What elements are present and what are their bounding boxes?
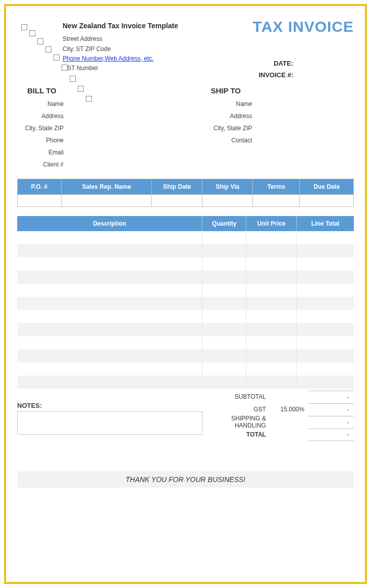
item-row (17, 323, 354, 336)
item-row (17, 257, 354, 271)
city-state-zip: City, ST ZIP Code (63, 44, 178, 54)
shipdate-cell[interactable] (152, 194, 202, 206)
invoice-number-label: INVOICE #: (253, 69, 293, 81)
po-cell[interactable] (18, 194, 62, 206)
date-label: DATE: (253, 58, 293, 69)
shipvia-header: Ship Via (202, 179, 253, 194)
item-row (17, 336, 354, 349)
deco-square (70, 76, 76, 82)
linetotal-header: Line Total (297, 216, 354, 231)
invoice-frame: New Zealand Tax Invoice Template Street … (4, 4, 367, 584)
deco-square (78, 86, 84, 92)
contact-link[interactable]: Phone Number,Web Address, etc. (63, 55, 154, 62)
street-address: Street Address (63, 34, 178, 44)
line-items-table: Description Quantity Unit Price Line Tot… (17, 216, 354, 389)
po-header: P.O. # (18, 179, 62, 194)
meta-block: DATE: INVOICE #: (253, 58, 293, 81)
ship-to-block: SHIP TO Name Address City, State ZIP Con… (186, 86, 354, 171)
item-row (17, 244, 354, 257)
deco-square (37, 38, 43, 44)
company-name: New Zealand Tax Invoice Template (63, 20, 178, 31)
bill-phone-label: Phone (17, 134, 68, 146)
shipvia-cell[interactable] (202, 194, 253, 206)
bottom-section: NOTES: SUBTOTAL - GST 15.000% - SHIPPING… (17, 391, 354, 441)
reference-row (18, 194, 354, 206)
item-row (17, 310, 354, 323)
duedate-cell[interactable] (300, 194, 354, 206)
deco-square (21, 24, 27, 30)
notes-label: NOTES: (17, 402, 202, 409)
bill-name-label: Name (17, 98, 68, 110)
deco-square (45, 46, 51, 52)
bill-to-title: BILL TO (17, 86, 186, 95)
shipdate-header: Ship Date (152, 179, 202, 194)
description-header: Description (17, 216, 202, 231)
gst-label: GST (202, 406, 272, 413)
document-title: TAX INVOICE (253, 18, 354, 35)
shipping-row: SHIPPING & HANDLING - (202, 416, 354, 429)
item-row (17, 284, 354, 297)
reference-table: P.O. # Sales Rep. Name Ship Date Ship Vi… (17, 179, 354, 207)
item-row (17, 376, 354, 389)
parties: BILL TO Name Address City, State ZIP Pho… (17, 86, 354, 171)
subtotal-row: SUBTOTAL - (202, 391, 354, 403)
bill-client-label: Client # (17, 158, 68, 171)
terms-header: Terms (253, 179, 300, 194)
ship-address-label: Address (186, 110, 256, 122)
subtotal-label: SUBTOTAL (202, 393, 272, 400)
bill-to-block: BILL TO Name Address City, State ZIP Pho… (17, 86, 186, 171)
deco-square (62, 65, 68, 71)
notes-block: NOTES: (17, 391, 202, 441)
total-value: - (308, 429, 354, 441)
bill-city-label: City, State ZIP (17, 122, 68, 134)
salesrep-header: Sales Rep. Name (61, 179, 152, 194)
shipping-value: - (308, 416, 354, 429)
unitprice-header: Unit Price (246, 216, 297, 231)
terms-cell[interactable] (253, 194, 300, 206)
totals-block: SUBTOTAL - GST 15.000% - SHIPPING & HAND… (202, 391, 354, 441)
shipping-label: SHIPPING & HANDLING (202, 415, 272, 429)
item-row (17, 231, 354, 244)
ship-to-title: SHIP TO (186, 86, 354, 95)
total-label: TOTAL (202, 431, 272, 438)
ship-name-label: Name (186, 98, 256, 110)
deco-square (86, 96, 92, 102)
footer-message: THANK YOU FOR YOUR BUSINESS! (17, 471, 354, 488)
header: New Zealand Tax Invoice Template Street … (17, 20, 354, 81)
salesrep-cell[interactable] (61, 194, 152, 206)
company-block: New Zealand Tax Invoice Template Street … (63, 20, 178, 73)
subtotal-value: - (308, 391, 354, 403)
item-row (17, 271, 354, 284)
gst-value: - (308, 403, 354, 416)
notes-input[interactable] (17, 411, 202, 435)
ship-contact-label: Contact (186, 134, 256, 146)
bill-email-label: Email (17, 146, 68, 158)
deco-square (29, 30, 35, 36)
gst-number: GST Number (63, 64, 178, 73)
gst-percent: 15.000% (272, 406, 308, 413)
item-row (17, 297, 354, 310)
deco-square (54, 55, 60, 61)
bill-address-label: Address (17, 110, 68, 122)
total-row: TOTAL - (202, 429, 354, 441)
gst-row: GST 15.000% - (202, 403, 354, 416)
duedate-header: Due Date (300, 179, 354, 194)
item-row (17, 349, 354, 362)
ship-city-label: City, State ZIP (186, 122, 256, 134)
item-row (17, 362, 354, 376)
quantity-header: Quantity (202, 216, 246, 231)
